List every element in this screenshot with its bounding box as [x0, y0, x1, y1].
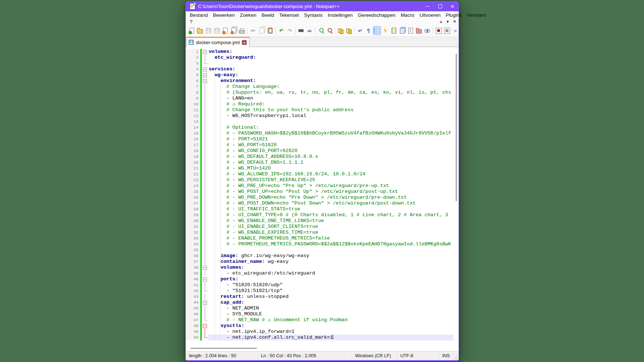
line-number[interactable]: 10: [186, 101, 200, 107]
code-line[interactable]: 29 # - UI_CHART_TYPE=0 # (0 Charts disab…: [186, 212, 459, 218]
fold-toggle[interactable]: [202, 66, 208, 72]
folder-as-workspace-button[interactable]: [415, 26, 423, 35]
line-number[interactable]: 11: [186, 107, 200, 113]
line-number[interactable]: 46: [186, 311, 200, 317]
menu-item-vensters[interactable]: Vensters: [464, 12, 489, 19]
line-number[interactable]: 21: [186, 166, 200, 171]
eol-format-indicator[interactable]: Windows (CR LF): [352, 351, 397, 360]
line-number[interactable]: 37: [186, 259, 200, 265]
print-button[interactable]: [238, 26, 246, 35]
code-line[interactable]: 37 container_name: wg-easy: [186, 259, 459, 265]
code-line[interactable]: 42 - "51821:51821/tcp": [186, 288, 459, 294]
open-file-button[interactable]: [196, 26, 204, 35]
line-number[interactable]: 7: [186, 84, 200, 90]
code-line[interactable]: 47 # - NET_RAW # ⚠ Uncomment if using Po…: [186, 317, 459, 323]
line-number[interactable]: 6: [186, 78, 200, 84]
launch-in-browser-button[interactable]: ϟ: [381, 26, 389, 35]
fold-toggle[interactable]: [202, 265, 208, 270]
code-line[interactable]: 11 # Change this to your host's public a…: [186, 107, 459, 113]
code-line[interactable]: 41 - "51820:51820/udp": [186, 282, 459, 288]
cut-button[interactable]: ✂: [249, 26, 257, 35]
line-number[interactable]: 42: [186, 288, 200, 294]
code-line[interactable]: 32 # - WG_ENABLE_EXPIRES_TIME=true: [186, 230, 459, 236]
menu-item-beeld[interactable]: Beeld: [259, 12, 277, 19]
save-all-button[interactable]: [213, 26, 221, 35]
line-number[interactable]: 22: [186, 171, 200, 177]
line-number[interactable]: 30: [186, 218, 200, 224]
code-line[interactable]: 2 etc_wireguard:: [186, 55, 459, 61]
line-number[interactable]: 49: [186, 329, 200, 335]
zoom-out-button[interactable]: [325, 26, 333, 35]
line-number[interactable]: 34: [186, 241, 200, 247]
resize-grip[interactable]: [453, 355, 458, 359]
code-line[interactable]: 24 # - WG_PRE_UP=echo "Pre Up" > /etc/wi…: [186, 183, 459, 189]
horizontal-scrollbar-thumb[interactable]: [190, 348, 257, 349]
code-line[interactable]: 20 # - WG_DEFAULT_DNS=1.1.1.1: [186, 160, 459, 166]
code-line[interactable]: 34 # - PROMETHEUS_METRICS_PASSWORD=$$2a$…: [186, 241, 459, 247]
menu-item-bewerken[interactable]: Bewerken: [211, 12, 238, 19]
code-line[interactable]: 8 # (Supports: en, ua, ru, tr, no, pl, f…: [186, 90, 459, 96]
code-line[interactable]: 36 image: ghcr.io/wg-easy/wg-easy: [186, 253, 459, 259]
find-button[interactable]: [297, 26, 305, 35]
close-button[interactable]: ✕: [446, 1, 459, 11]
line-number[interactable]: 24: [186, 183, 200, 189]
cursor-position-info[interactable]: Ln : 50 Col : 43 Pos : 2.005: [258, 351, 352, 360]
sync-vertical-scrolling-button[interactable]: [336, 26, 344, 35]
fold-toggle[interactable]: [202, 300, 208, 305]
code-line[interactable]: 28 # - UI_TRAFFIC_STATS=true: [186, 206, 459, 212]
close-all-documents-button[interactable]: [230, 26, 238, 35]
code-line[interactable]: 3: [186, 61, 459, 66]
line-number[interactable]: 19: [186, 154, 200, 160]
line-number[interactable]: 28: [186, 206, 200, 212]
menu-item-syntaxis[interactable]: Syntaxis: [301, 12, 325, 19]
code-line[interactable]: 21 # - WG_MTU=1420: [186, 166, 459, 171]
menu-item-tekenset[interactable]: Tekenset: [277, 12, 301, 19]
code-line[interactable]: 17 # - WG_PORT=51820: [186, 142, 459, 148]
line-number[interactable]: 14: [186, 125, 200, 131]
line-number[interactable]: 33: [186, 236, 200, 241]
show-indent-guide-button[interactable]: [373, 26, 381, 35]
code-line[interactable]: 13: [186, 119, 459, 125]
code-line[interactable]: 16 # - PORT=51821: [186, 136, 459, 142]
code-line[interactable]: 1volumes:: [186, 49, 459, 55]
code-line[interactable]: 38 volumes:: [186, 265, 459, 270]
code-line[interactable]: 26 # - WG_PRE_DOWN=echo "Pre Down" > /et…: [186, 195, 459, 201]
line-number[interactable]: 26: [186, 195, 200, 201]
menu-item-zoeken[interactable]: Zoeken: [238, 12, 259, 19]
code-line[interactable]: 25 # - WG_POST_UP=echo "Post Up" > /etc/…: [186, 189, 459, 195]
line-number[interactable]: 35: [186, 247, 200, 253]
fold-toggle[interactable]: [202, 323, 208, 329]
code-line[interactable]: 4services:: [186, 66, 459, 72]
line-number[interactable]: 8: [186, 90, 200, 96]
menu-item-plugins[interactable]: Plugins: [443, 12, 464, 19]
new-file-button[interactable]: [188, 26, 196, 35]
word-wrap-button[interactable]: ↵: [356, 26, 364, 35]
tab-docker-compose[interactable]: docker-compose.yml ×: [186, 37, 250, 47]
line-number[interactable]: 25: [186, 189, 200, 195]
line-number[interactable]: 18: [186, 148, 200, 154]
line-number[interactable]: 50: [186, 335, 200, 340]
line-number[interactable]: 38: [186, 265, 200, 270]
sync-horizontal-scrolling-button[interactable]: [345, 26, 353, 35]
code-line[interactable]: 5 wg-easy:: [186, 72, 459, 78]
code-line[interactable]: 30 # - WG_ENABLE_ONE_TIME_LINKS=true: [186, 218, 459, 224]
document-length-info[interactable]: length : 2.004 lines : 50: [186, 351, 258, 360]
stop-macro-recording-button[interactable]: [443, 26, 451, 35]
vertical-scrollbar-thumb[interactable]: [456, 54, 457, 201]
code-line[interactable]: 49 - net.ipv4.ip_forward=1: [186, 329, 459, 335]
line-number[interactable]: 9: [186, 96, 200, 101]
line-number[interactable]: 23: [186, 177, 200, 183]
file-monitoring-button[interactable]: [423, 26, 431, 35]
menu-item-help[interactable]: ?: [187, 19, 195, 25]
document-list-button[interactable]: [398, 26, 406, 35]
code-line[interactable]: 18 # - WG_CONFIG_PORT=92820: [186, 148, 459, 154]
code-line[interactable]: 31 # - UI_ENABLE_SORT_CLIENTS=true: [186, 224, 459, 230]
line-number[interactable]: 17: [186, 142, 200, 148]
line-number[interactable]: 48: [186, 323, 200, 329]
line-number[interactable]: 1: [186, 49, 200, 55]
zoom-in-button[interactable]: [317, 26, 325, 35]
show-all-characters-button[interactable]: ¶: [365, 26, 373, 35]
redo-button[interactable]: ↷: [286, 26, 294, 35]
menu-item-macro[interactable]: Macro: [398, 12, 417, 19]
save-button[interactable]: [204, 26, 212, 35]
